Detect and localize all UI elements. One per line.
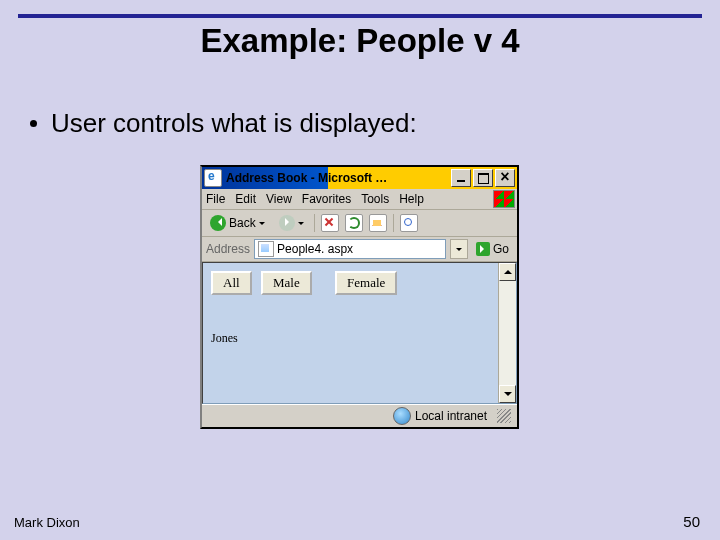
refresh-icon[interactable]	[345, 214, 363, 232]
back-icon	[210, 215, 226, 231]
content-area: All Male Female Jones	[202, 262, 517, 404]
filter-female-button[interactable]: Female	[335, 271, 397, 295]
maximize-button[interactable]	[473, 169, 493, 187]
go-button[interactable]: Go	[472, 242, 513, 256]
menubar: File Edit View Favorites Tools Help	[202, 189, 517, 210]
slide-title: Example: People v 4	[0, 22, 720, 60]
slide-bullet: User controls what is displayed:	[30, 108, 417, 139]
address-bar: Address People4. aspx Go	[202, 237, 517, 262]
page-icon	[258, 241, 274, 257]
go-label: Go	[493, 242, 509, 256]
stop-icon[interactable]	[321, 214, 339, 232]
windows-logo-icon	[493, 190, 515, 208]
address-value: People4. aspx	[277, 242, 353, 256]
bullet-dot	[30, 120, 37, 127]
slide-author: Mark Dixon	[14, 515, 80, 530]
search-icon[interactable]	[400, 214, 418, 232]
scroll-up-button[interactable]	[499, 263, 516, 281]
slide-number: 50	[683, 513, 700, 530]
window-title: Address Book - Microsoft …	[226, 171, 451, 185]
chevron-down-icon	[456, 248, 462, 254]
chevron-down-icon	[259, 222, 265, 228]
status-bar: Local intranet	[202, 404, 517, 427]
security-zone: Local intranet	[393, 407, 487, 425]
forward-icon	[279, 215, 295, 231]
close-button[interactable]	[495, 169, 515, 187]
go-icon	[476, 242, 490, 256]
resize-grip[interactable]	[497, 409, 511, 423]
menu-file[interactable]: File	[206, 192, 225, 206]
address-dropdown[interactable]	[450, 239, 468, 259]
address-label: Address	[206, 242, 250, 256]
filter-male-button[interactable]: Male	[261, 271, 312, 295]
titlebar[interactable]: Address Book - Microsoft …	[202, 167, 517, 189]
menu-help[interactable]: Help	[399, 192, 424, 206]
chevron-down-icon	[298, 222, 304, 228]
bullet-text: User controls what is displayed:	[51, 108, 417, 138]
forward-button[interactable]	[275, 213, 308, 233]
menu-edit[interactable]: Edit	[235, 192, 256, 206]
ie-icon	[204, 169, 222, 187]
scroll-track[interactable]	[499, 281, 516, 385]
zone-label: Local intranet	[415, 409, 487, 423]
menu-view[interactable]: View	[266, 192, 292, 206]
address-input[interactable]: People4. aspx	[254, 239, 446, 259]
separator	[393, 214, 394, 232]
filter-all-button[interactable]: All	[211, 271, 252, 295]
scrollbar[interactable]	[498, 263, 516, 403]
back-button[interactable]: Back	[206, 213, 269, 233]
separator	[314, 214, 315, 232]
menu-favorites[interactable]: Favorites	[302, 192, 351, 206]
home-icon[interactable]	[369, 214, 387, 232]
back-label: Back	[229, 216, 256, 230]
title-rule	[18, 14, 702, 18]
globe-icon	[393, 407, 411, 425]
result-row: Jones	[211, 331, 490, 346]
menu-tools[interactable]: Tools	[361, 192, 389, 206]
minimize-button[interactable]	[451, 169, 471, 187]
browser-window: Address Book - Microsoft … File Edit Vie…	[200, 165, 519, 429]
scroll-down-button[interactable]	[499, 385, 516, 403]
toolbar: Back	[202, 210, 517, 237]
